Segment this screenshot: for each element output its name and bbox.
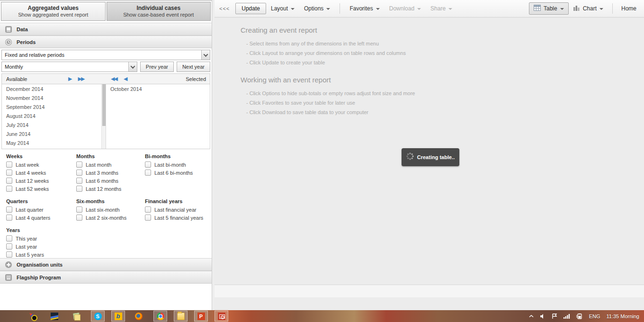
table-view-button[interactable]: Table	[529, 2, 569, 15]
checkbox-box[interactable]	[6, 170, 12, 176]
file-explorer-icon[interactable]	[174, 311, 188, 322]
checkbox-last-week[interactable]: Last week	[6, 161, 76, 168]
checkbox-box[interactable]	[76, 186, 82, 192]
checkbox-box[interactable]	[6, 178, 12, 184]
checkbox-last-bi-month[interactable]: Last bi-month	[145, 161, 210, 168]
bing-icon[interactable]: b	[111, 311, 125, 322]
move-selected-left-icon[interactable]: ◀	[124, 76, 126, 81]
available-period-item[interactable]: November 2014	[2, 93, 106, 102]
move-all-right-icon[interactable]: ▶▶	[78, 76, 84, 81]
available-period-item[interactable]: July 2014	[2, 120, 106, 129]
chevron-down-icon[interactable]	[201, 50, 210, 60]
move-all-left-icon[interactable]: ◀◀	[111, 76, 117, 81]
action-center-flag-icon[interactable]	[552, 313, 557, 319]
accordion-flagship-program[interactable]: Flagship Program	[0, 271, 212, 284]
checkbox-box[interactable]	[145, 215, 151, 221]
accordion-organisation-units[interactable]: Organisation units	[0, 258, 212, 271]
checkbox-last-6-bi-months[interactable]: Last 6 bi-months	[145, 170, 210, 176]
available-periods-list[interactable]: December 2014November 2014September 2014…	[2, 84, 106, 149]
period-type-select[interactable]: Fixed and relative periods	[1, 50, 210, 60]
available-period-item[interactable]: May 2014	[2, 138, 106, 147]
update-button[interactable]: Update	[235, 3, 266, 14]
checkbox-last-12-months[interactable]: Last 12 months	[76, 186, 145, 192]
checkbox-box[interactable]	[76, 206, 82, 213]
spinner-icon	[406, 152, 414, 162]
checkbox-last-financial-year[interactable]: Last financial year	[145, 206, 210, 213]
tab-individual-cases[interactable]: Individual cases Show case-based event r…	[107, 2, 211, 21]
prev-year-button[interactable]: Prev year	[140, 62, 174, 72]
checkbox-box[interactable]	[76, 178, 82, 184]
checkbox-box[interactable]	[76, 161, 82, 168]
period-granularity-select[interactable]: Monthly	[1, 62, 137, 72]
hidden-icons-chevron[interactable]	[529, 314, 534, 318]
photo-app-icon[interactable]	[47, 311, 62, 322]
checkbox-box[interactable]	[6, 251, 12, 258]
checkbox-last-5-years[interactable]: Last 5 years	[6, 251, 76, 258]
available-period-item[interactable]: June 2014	[2, 129, 106, 138]
checkbox-last-month[interactable]: Last month	[76, 161, 145, 168]
home-button[interactable]: Home	[617, 3, 640, 14]
checkbox-this-year[interactable]: This year	[6, 235, 76, 242]
checkbox-box[interactable]	[6, 235, 12, 242]
powerpoint-icon[interactable]: P	[194, 311, 208, 322]
checkbox-last-4-weeks[interactable]: Last 4 weeks	[6, 170, 76, 176]
sticky-notes-icon[interactable]	[69, 311, 83, 322]
chevron-down-icon	[448, 8, 452, 10]
checkbox-box[interactable]	[145, 206, 151, 213]
collapse-sidebar-button[interactable]: <<<	[219, 6, 230, 11]
available-period-item[interactable]: September 2014	[2, 102, 106, 111]
checkbox-last-2-six-months[interactable]: Last 2 six-months	[76, 215, 145, 221]
accordion-data[interactable]: Data	[0, 23, 212, 36]
start-button	[8, 313, 15, 320]
checkbox-box[interactable]	[76, 170, 82, 176]
skype-icon[interactable]: S	[91, 311, 105, 322]
checkbox-last-six-month[interactable]: Last six-month	[76, 206, 145, 213]
relative-periods-area: WeeksLast weekLast 4 weeksLast 12 weeksL…	[1, 149, 210, 257]
checkbox-last-12-weeks[interactable]: Last 12 weeks	[6, 178, 76, 184]
checkbox-box[interactable]	[6, 161, 12, 168]
checkbox-label: Last 5 financial years	[154, 215, 203, 221]
selected-period-item[interactable]: October 2014	[106, 84, 210, 93]
checkbox-last-4-quarters[interactable]: Last 4 quarters	[6, 215, 76, 221]
available-list-scrollbar[interactable]	[101, 84, 106, 149]
selected-periods-list[interactable]: October 2014	[106, 84, 210, 149]
checkbox-box[interactable]	[6, 186, 12, 192]
chrome-icon[interactable]	[153, 311, 167, 322]
menu-label: Chart	[583, 5, 597, 12]
checkbox-last-3-months[interactable]: Last 3 months	[76, 170, 145, 176]
clock[interactable]: 11:35 Morning	[606, 313, 639, 319]
battery-icon[interactable]	[576, 313, 583, 319]
chart-view-button[interactable]: Chart	[569, 3, 608, 14]
checkbox-box[interactable]	[76, 215, 82, 221]
move-selected-right-icon[interactable]: ▶	[68, 76, 71, 81]
checkbox-box[interactable]	[145, 170, 151, 176]
checkbox-box[interactable]	[6, 243, 12, 250]
tab-aggregated-values[interactable]: Aggregated values Show aggregated event …	[1, 2, 106, 21]
chevron-down-icon[interactable]	[128, 62, 137, 72]
checkbox-last-quarter[interactable]: Last quarter	[6, 206, 76, 213]
accordion-periods[interactable]: Periods	[0, 36, 212, 48]
available-period-item[interactable]: August 2014	[2, 111, 106, 120]
layout-menu-button[interactable]: Layout	[266, 3, 299, 14]
checkbox-last-5-financial-years[interactable]: Last 5 financial years	[145, 215, 210, 221]
language-indicator[interactable]: ENG	[589, 313, 600, 319]
favorites-menu-button[interactable]: Favorites	[345, 3, 384, 14]
screen-share-icon[interactable]	[215, 311, 228, 322]
menu-label: Share	[430, 5, 446, 12]
checkbox-last-6-months[interactable]: Last 6 months	[76, 178, 145, 184]
volume-icon[interactable]	[540, 313, 546, 319]
checkbox-box[interactable]	[6, 206, 12, 213]
checkbox-box[interactable]	[6, 215, 12, 221]
cursor-tool-icon[interactable]	[26, 311, 40, 322]
checkbox-last-year[interactable]: Last year	[6, 243, 76, 250]
next-year-button[interactable]: Next year	[177, 62, 210, 72]
checkbox-box[interactable]	[145, 161, 151, 168]
firefox-icon[interactable]	[132, 311, 146, 322]
period-group-weeks: WeeksLast weekLast 4 weeksLast 12 weeksL…	[6, 153, 76, 194]
available-period-item[interactable]: December 2014	[2, 84, 106, 93]
options-menu-button[interactable]: Options	[299, 3, 335, 14]
start-button[interactable]	[4, 311, 18, 322]
network-signal-icon[interactable]	[564, 313, 570, 319]
checkbox-last-52-weeks[interactable]: Last 52 weeks	[6, 186, 76, 192]
report-type-tabs: Aggregated values Show aggregated event …	[0, 1, 212, 21]
